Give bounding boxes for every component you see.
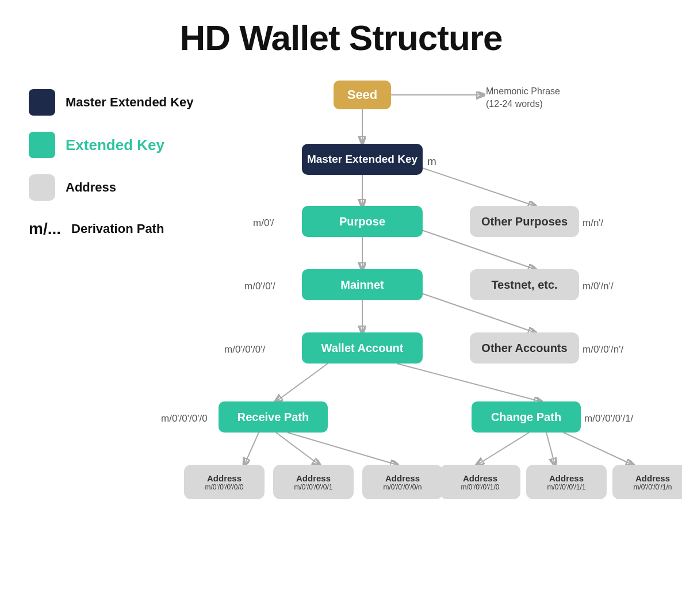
svg-line-11 (276, 433, 319, 465)
address-node-3: Address m/0'/0'/0'/1/0 (440, 465, 520, 499)
change-path-label: m/0'/0'/0'/1/ (584, 413, 633, 424)
addr3-line2: m/0'/0'/0'/1/0 (461, 483, 500, 491)
legend-extended: Extended Key (29, 132, 194, 158)
addr0-line1: Address (207, 473, 242, 483)
receive-path-label: m/0'/0'/0'/0 (161, 413, 208, 424)
testnet-node: Testnet, etc. (470, 269, 579, 300)
legend-label-master: Master Extended Key (66, 95, 194, 110)
legend-label-extended: Extended Key (66, 136, 164, 154)
other-accounts-node: Other Accounts (470, 332, 579, 364)
page: HD Wallet Structure Master Extended Key … (0, 0, 682, 616)
addr2-line1: Address (385, 473, 420, 483)
purpose-node: Purpose (302, 206, 423, 237)
legend-label-derivation: Derivation Path (71, 221, 164, 236)
addr5-line2: m/0'/0'/0'/1/n (634, 483, 672, 491)
testnet-path-label: m/0'/n'/ (583, 281, 614, 292)
master-path-label: m (427, 155, 436, 168)
svg-line-8 (276, 364, 328, 401)
mainnet-node: Mainnet (302, 269, 423, 300)
legend-box-master (29, 89, 55, 116)
addr4-line1: Address (549, 473, 584, 483)
other-purposes-path-label: m/n'/ (583, 217, 603, 229)
svg-line-9 (397, 364, 541, 401)
addr4-line2: m/0'/0'/0'/1/1 (547, 483, 586, 491)
svg-line-10 (244, 433, 259, 465)
svg-line-12 (288, 433, 397, 465)
addr2-line2: m/0'/0'/0'/0/n (384, 483, 422, 491)
mnemonic-text: Mnemonic Phrase(12-24 words) (486, 86, 560, 109)
legend-label-address: Address (66, 180, 116, 195)
mnemonic-label: Mnemonic Phrase(12-24 words) (486, 85, 560, 111)
page-title: HD Wallet Structure (0, 17, 682, 58)
addr0-line2: m/0'/0'/0'/0/0 (205, 483, 244, 491)
change-path-node: Change Path (472, 401, 581, 433)
master-node: Master Extended Key (302, 144, 423, 175)
address-node-1: Address m/0'/0'/0'/0/1 (273, 465, 354, 499)
legend: Master Extended Key Extended Key Address… (29, 89, 194, 238)
mainnet-path-label: m/0'/0'/ (244, 281, 275, 292)
legend-box-extended (29, 132, 55, 158)
seed-node: Seed (334, 81, 391, 109)
addr5-line1: Address (635, 473, 670, 483)
legend-box-address (29, 174, 55, 201)
address-node-2: Address m/0'/0'/0'/0/n (362, 465, 443, 499)
svg-line-13 (477, 433, 529, 465)
purpose-path-label: m/0'/ (253, 217, 274, 229)
other-purposes-node: Other Purposes (470, 206, 579, 237)
legend-address: Address (29, 174, 194, 201)
address-node-0: Address m/0'/0'/0'/0/0 (184, 465, 265, 499)
addr1-line2: m/0'/0'/0'/0/1 (294, 483, 333, 491)
addr1-line1: Address (296, 473, 331, 483)
svg-line-15 (564, 433, 633, 465)
other-accounts-path-label: m/0'/0'/n'/ (583, 344, 623, 355)
address-node-4: Address m/0'/0'/0'/1/1 (526, 465, 607, 499)
svg-line-14 (546, 433, 555, 465)
wallet-account-node: Wallet Account (302, 332, 423, 364)
legend-master: Master Extended Key (29, 89, 194, 116)
addr3-line1: Address (463, 473, 497, 483)
receive-path-node: Receive Path (219, 401, 328, 433)
legend-path-prefix: m/... (29, 220, 61, 238)
wallet-account-path-label: m/0'/0'/0'/ (224, 344, 265, 355)
legend-derivation: m/... Derivation Path (29, 220, 194, 238)
address-node-5: Address m/0'/0'/0'/1/n (612, 465, 682, 499)
